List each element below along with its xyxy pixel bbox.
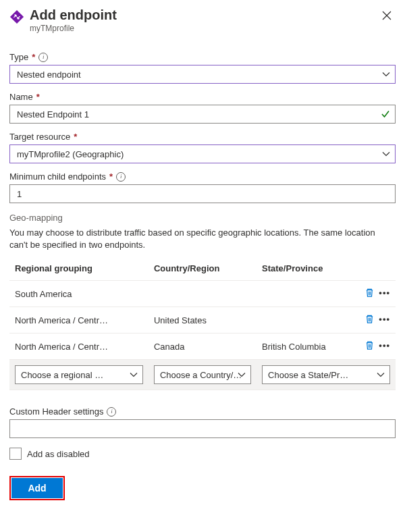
name-input[interactable] [9,105,396,124]
col-state: State/Province [256,258,357,281]
customheader-label: Custom Header settings [9,406,103,417]
panel-subtitle: myTMprofile [30,24,378,33]
customheader-input[interactable] [9,419,396,438]
delete-icon[interactable] [364,340,375,350]
traffic-manager-icon [9,9,24,24]
close-icon[interactable] [378,7,396,24]
cell-region: South America [9,281,148,307]
table-row: North America / Centr… United States ••• [9,307,396,334]
cell-region: North America / Centr… [9,334,148,360]
geo-table: Regional grouping Country/Region State/P… [9,258,396,390]
minchild-input[interactable] [9,184,396,203]
required-marker: * [109,171,113,182]
cell-country: Canada [148,334,256,360]
info-icon[interactable]: i [38,53,48,62]
delete-icon[interactable] [364,314,375,324]
valid-check-icon [381,109,390,119]
state-select[interactable]: Choose a State/Pr… [262,365,390,384]
cell-country [148,281,256,307]
more-icon[interactable]: ••• [379,314,390,324]
svg-marker-0 [10,10,24,24]
minchild-label: Minimum child endpoints [9,171,106,182]
target-label: Target resource [9,132,70,142]
more-icon[interactable]: ••• [379,288,390,298]
info-icon[interactable]: i [116,172,126,182]
cell-state [256,307,357,334]
geo-add-row: Choose a regional … Choose a Country/… [9,360,396,390]
geo-section-help: You may choose to distribute traffic bas… [9,227,396,251]
col-country: Country/Region [148,258,256,281]
cell-state [256,281,357,307]
more-icon[interactable]: ••• [379,340,390,350]
target-select-value: myTMprofile2 (Geographic) [17,149,124,159]
required-marker: * [74,132,77,142]
name-label: Name [9,92,33,102]
required-marker: * [32,52,35,62]
info-icon[interactable]: i [107,407,116,417]
required-marker: * [36,92,40,102]
add-as-disabled-label: Add as disabled [27,449,90,459]
add-as-disabled-checkbox[interactable] [9,448,22,460]
type-label: Type [9,52,28,62]
table-row: North America / Centr… Canada British Co… [9,334,396,360]
cell-country: United States [148,307,256,334]
col-region: Regional grouping [9,258,148,281]
delete-icon[interactable] [364,288,375,298]
type-select[interactable]: Nested endpoint [9,65,396,84]
target-select[interactable]: myTMprofile2 (Geographic) [9,144,396,163]
country-select[interactable]: Choose a Country/… [154,365,251,384]
add-button[interactable]: Add [11,478,63,498]
add-button-highlight: Add [9,476,65,500]
type-select-value: Nested endpoint [17,70,81,80]
cell-region: North America / Centr… [9,307,148,334]
cell-state: British Columbia [256,334,357,360]
geo-section-title: Geo-mapping [9,213,396,223]
table-row: South America ••• [9,281,396,307]
panel-title: Add endpoint [30,7,378,23]
region-select[interactable]: Choose a regional … [15,365,143,384]
